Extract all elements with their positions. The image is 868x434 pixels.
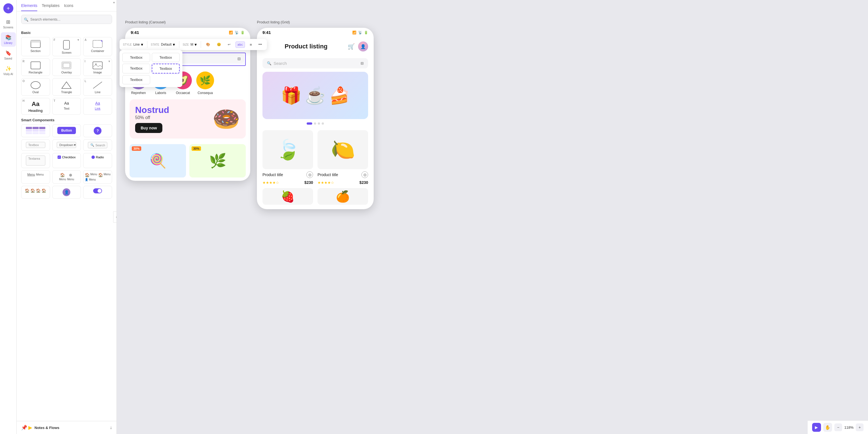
smart-tooltip[interactable]: ?: [83, 124, 112, 137]
carousel-filter-btn[interactable]: ⊟: [238, 56, 241, 61]
promo-text: Nostrud 50% off Buy now: [135, 105, 169, 133]
smart-textbox[interactable]: Textbox: [21, 139, 50, 151]
promo-btn[interactable]: Buy now: [135, 123, 162, 133]
image-chevron: ▼: [108, 60, 111, 63]
smart-checkbox[interactable]: ✓ Checkbox: [52, 153, 81, 168]
collapse-panel-button[interactable]: ‹: [113, 211, 117, 223]
element-heading[interactable]: H Aa Heading: [21, 98, 50, 115]
product-1-add-btn[interactable]: ⊕: [306, 171, 313, 178]
textbox-option-1[interactable]: Textbox: [122, 53, 150, 62]
line-icon: [93, 81, 102, 89]
smart-button[interactable]: Button: [52, 124, 81, 137]
prototype-icon[interactable]: ▶: [812, 423, 821, 432]
tag-btn[interactable]: ⊞: [248, 42, 254, 48]
element-image[interactable]: I Image ▼: [83, 58, 112, 76]
carousel-products: 30% 🍭 30% 🌿: [125, 141, 250, 181]
element-line[interactable]: L Line: [83, 78, 112, 96]
smart-dropdown[interactable]: Dropdown ▼: [52, 139, 81, 151]
element-triangle[interactable]: Triangle: [52, 78, 81, 96]
element-rectangle[interactable]: R Rectangle: [21, 58, 50, 76]
toggle-preview: [93, 189, 102, 193]
smart-table[interactable]: ▼: [21, 124, 50, 137]
basic-elements-grid: Section F Screen ▼ A Container R Rectang…: [21, 37, 112, 115]
search-input[interactable]: [21, 15, 112, 24]
smart-radio[interactable]: Radio: [83, 153, 112, 168]
smart-menu-four[interactable]: 🏠 🏠 🏠 🏠: [21, 186, 50, 199]
size-value: M: [190, 42, 193, 47]
grid-product-img-1: 🍃: [262, 130, 313, 169]
size-group[interactable]: SIZE M ▼: [183, 42, 197, 47]
panel-content: Basic Section F Screen ▼ A Container: [17, 27, 117, 421]
hand-tool[interactable]: ✋: [823, 423, 832, 432]
element-search[interactable]: 🔍: [21, 15, 112, 24]
element-section[interactable]: Section: [21, 37, 50, 56]
more-btn[interactable]: •••: [257, 41, 264, 48]
badge-1: 30%: [132, 146, 141, 151]
color-btn[interactable]: 🎨: [204, 41, 212, 48]
sidebar-item-library[interactable]: 📚 Library: [1, 32, 16, 47]
product-2-add-btn[interactable]: ⊕: [362, 171, 368, 178]
svg-rect-1: [31, 40, 40, 42]
textbox-option-3[interactable]: Textbox: [122, 64, 150, 74]
sidebar-item-visily-ai[interactable]: ✨ Visily AI: [1, 63, 16, 78]
smart-menu-underline[interactable]: Menu Menu: [21, 170, 50, 183]
element-screen[interactable]: F Screen ▼: [52, 37, 81, 56]
grid-banner: 🎁 ☕ 🍰: [262, 72, 368, 119]
svg-rect-7: [63, 63, 70, 67]
grid-header-icons: 🛒 👤: [348, 41, 368, 52]
grid-search-bar[interactable]: 🔍 Search ⊟: [262, 58, 368, 68]
promo-title: Nostrud: [135, 105, 169, 115]
state-chevron: ▼: [172, 42, 176, 47]
state-group[interactable]: STATE Default ▼: [151, 42, 176, 47]
zoom-minus-btn[interactable]: −: [834, 424, 842, 431]
banner-images: 🎁 ☕ 🍰: [281, 86, 350, 106]
product-1-info: Product title ⊕: [262, 171, 313, 178]
sidebar-item-screens[interactable]: ⊞ Screens: [1, 17, 16, 31]
zoom-plus-btn[interactable]: +: [856, 424, 864, 431]
button-preview: Button: [57, 127, 76, 134]
smart-menu-three[interactable]: 🏠Menu 🏠Menu 👤Menu: [83, 170, 112, 183]
sidebar-item-saved[interactable]: 🔖 Saved: [1, 48, 16, 62]
smart-menu-icons[interactable]: 🏠Menu ⊕Menu: [52, 170, 81, 183]
element-text[interactable]: T Aa Text: [52, 98, 81, 115]
smart-textarea[interactable]: Textarea: [21, 153, 50, 168]
grid-product-1[interactable]: 🍃 Product title ⊕ ★★★★☆ $230: [262, 130, 313, 185]
size-dropdown[interactable]: M ▼: [190, 42, 197, 47]
style-dropdown[interactable]: Line ▼: [133, 42, 144, 47]
textbox-option-2[interactable]: Textbox: [152, 53, 180, 62]
rectangle-icon: [31, 61, 40, 69]
smart-components-grid: ▼ Button ? Textbox Dropdown ▼ 🔍Search: [21, 124, 112, 199]
smart-search[interactable]: 🔍Search: [83, 139, 112, 151]
tab-icons[interactable]: Icons: [64, 3, 73, 11]
element-link[interactable]: Aa Link: [83, 98, 112, 115]
tab-templates[interactable]: Templates: [42, 3, 60, 11]
svg-rect-3: [93, 40, 102, 48]
add-button[interactable]: +: [3, 3, 13, 13]
grid-product-2[interactable]: 🍋 Product title ⊕ ★★★★☆ $230: [317, 130, 368, 185]
textbox-option-4[interactable]: Textbox: [152, 64, 180, 74]
cart-icon[interactable]: 🛒: [348, 43, 355, 50]
laboris-name: Laboris: [155, 91, 166, 95]
smart-avatar[interactable]: 👤: [52, 186, 81, 199]
style-group[interactable]: STYLE Line ▼: [123, 42, 144, 47]
product-card-1[interactable]: 30% 🍭: [130, 144, 186, 177]
grid-search-filter[interactable]: ⊟: [361, 61, 364, 65]
notes-chevron[interactable]: ↓: [110, 425, 112, 430]
corner-btn[interactable]: ↩: [226, 41, 232, 48]
state-dropdown[interactable]: Default ▼: [161, 42, 176, 47]
product-card-2[interactable]: 30% 🌿: [189, 144, 246, 177]
tab-elements[interactable]: Elements: [21, 3, 37, 11]
notes-flows-bar[interactable]: 📌 ▶ Notes & Flows ↓: [17, 421, 117, 434]
triangle-label: Triangle: [61, 90, 72, 94]
element-container[interactable]: A Container: [83, 37, 112, 56]
element-oval[interactable]: O Oval: [21, 78, 50, 96]
emoji-btn[interactable]: 😊: [215, 41, 223, 48]
element-overlay[interactable]: Overlay: [52, 58, 81, 76]
section-label: Section: [30, 49, 40, 53]
category-consequa[interactable]: 🌿 Consequa: [196, 71, 214, 95]
screen-chevron: ▼: [77, 38, 80, 41]
textbox-option-5[interactable]: Textbox: [122, 75, 150, 84]
label-btn[interactable]: abc: [236, 41, 245, 48]
product-1-title: Product title: [262, 173, 283, 177]
smart-toggle[interactable]: [83, 186, 112, 199]
